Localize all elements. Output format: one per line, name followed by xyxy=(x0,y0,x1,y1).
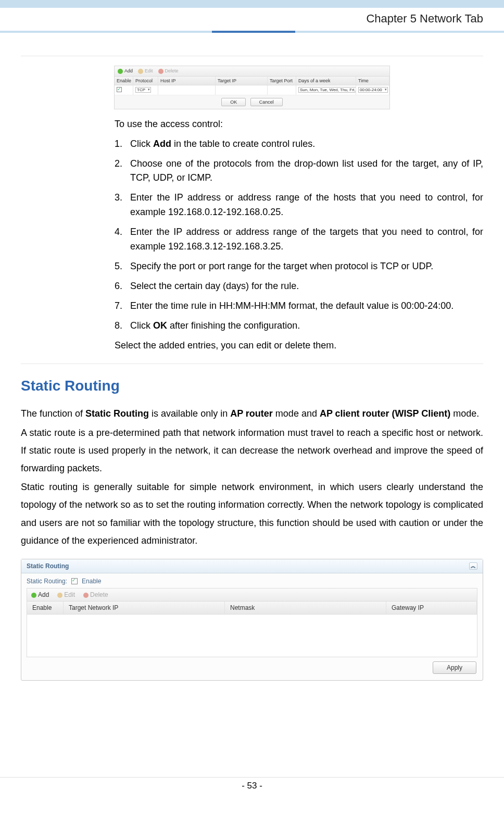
step-2: 2. Choose one of the protocols from the … xyxy=(115,157,483,186)
col-time: Time xyxy=(356,77,389,85)
step-text: Specify the port or port range for the t… xyxy=(130,259,483,274)
text: in the table to create control rules. xyxy=(171,139,315,149)
text: mode and xyxy=(273,408,320,419)
col-enable: Enable xyxy=(27,602,64,614)
edit-label: Edit xyxy=(145,68,153,73)
col-target-ip: Target IP xyxy=(216,77,268,85)
edit-button[interactable]: Edit xyxy=(138,68,153,74)
col-gateway-ip: Gateway IP xyxy=(386,602,477,614)
table-body-empty xyxy=(27,615,477,657)
text: after finishing the configuration. xyxy=(167,320,300,331)
delete-button[interactable]: Delete xyxy=(83,591,108,598)
edit-label: Edit xyxy=(64,591,75,598)
panel-title: Static Routing xyxy=(27,562,69,570)
protocol-select[interactable]: TCP xyxy=(135,87,151,93)
text: Click xyxy=(130,320,153,331)
table-header-row: Enable Target Network IP Netmask Gateway… xyxy=(27,601,477,615)
step-number: 8. xyxy=(115,319,130,333)
enable-text: Enable xyxy=(82,578,101,585)
step-7: 7. Enter the time rule in HH:MM-HH:MM fo… xyxy=(115,299,483,314)
step-8: 8. Click OK after finishing the configur… xyxy=(115,319,483,333)
post-steps-note: Select the added entries, you can edit o… xyxy=(115,340,483,351)
target-port-input[interactable] xyxy=(268,85,296,95)
plus-icon xyxy=(118,69,123,74)
add-label: Add xyxy=(38,591,49,598)
bold: AP client router (WISP Client) xyxy=(320,408,450,419)
time-select[interactable]: 00:00-24:00 xyxy=(358,87,388,93)
col-netmask: Netmask xyxy=(225,602,386,614)
chapter-title: Chapter 5 Network Tab xyxy=(0,8,504,33)
bold-add: Add xyxy=(153,139,171,149)
step-number: 3. xyxy=(115,191,130,220)
collapse-icon[interactable]: ︽ xyxy=(469,562,477,570)
chapter-accent-underline xyxy=(212,31,295,33)
step-number: 4. xyxy=(115,225,130,254)
text: The function of xyxy=(21,408,85,419)
delete-label: Delete xyxy=(165,68,179,73)
host-ip-input[interactable] xyxy=(158,85,216,95)
apply-button[interactable]: Apply xyxy=(433,661,476,674)
bold: AP router xyxy=(230,408,273,419)
target-ip-input[interactable] xyxy=(216,85,268,95)
divider xyxy=(21,56,483,56)
page-footer: - 53 - xyxy=(0,777,504,802)
add-button[interactable]: Add xyxy=(118,68,133,74)
access-control-screenshot: Add Edit Delete Enable Protocol Host IP … xyxy=(114,66,390,109)
minus-icon xyxy=(158,69,163,74)
step-number: 7. xyxy=(115,299,130,314)
step-text: Choose one of the protocols from the dro… xyxy=(130,157,483,186)
col-protocol: Protocol xyxy=(133,77,158,85)
step-number: 6. xyxy=(115,279,130,294)
text: Click xyxy=(130,139,153,149)
ok-button[interactable]: OK xyxy=(221,98,246,106)
toolbar: Add Edit Delete xyxy=(27,588,477,601)
plus-icon xyxy=(31,593,36,598)
col-days: Days of a week xyxy=(296,77,356,85)
col-target-ip: Target Network IP xyxy=(64,602,225,614)
col-target-port: Target Port xyxy=(268,77,296,85)
step-1: 1. Click Add in the table to create cont… xyxy=(115,137,483,152)
cancel-button[interactable]: Cancel xyxy=(250,98,283,106)
add-button[interactable]: Add xyxy=(31,591,49,598)
delete-label: Delete xyxy=(90,591,108,598)
static-routing-para-3: Static routing is generally suitable for… xyxy=(21,478,483,549)
table-header-row: Enable Protocol Host IP Target IP Target… xyxy=(115,77,389,85)
step-number: 1. xyxy=(115,137,130,152)
text: mode. xyxy=(450,408,479,419)
step-4: 4. Enter the IP address or address range… xyxy=(115,225,483,254)
text: is available only in xyxy=(149,408,230,419)
delete-button[interactable]: Delete xyxy=(158,68,179,74)
apply-row: Apply xyxy=(27,657,477,675)
bold-ok: OK xyxy=(153,320,167,331)
days-select[interactable]: Sun, Mon, Tue, Wed, Thu, Fri, Sat xyxy=(298,87,356,93)
pencil-icon xyxy=(138,69,143,74)
static-routing-heading: Static Routing xyxy=(21,378,483,394)
table-row: TCP Sun, Mon, Tue, Wed, Thu, Fri, Sat 00… xyxy=(115,85,389,95)
bold: Static Routing xyxy=(85,408,149,419)
step-3: 3. Enter the IP address or address range… xyxy=(115,191,483,220)
top-accent-bar xyxy=(0,0,504,8)
step-5: 5. Specify the port or port range for th… xyxy=(115,259,483,274)
enable-label: Static Routing: xyxy=(27,578,67,585)
static-routing-para-1: The function of Static Routing is availa… xyxy=(21,405,483,422)
toolbar: Add Edit Delete xyxy=(115,66,389,77)
step-text: Enter the IP address or address range of… xyxy=(130,225,483,254)
enable-row: Static Routing: Enable xyxy=(27,578,477,585)
minus-icon xyxy=(83,593,89,598)
page-number: - 53 - xyxy=(242,781,262,791)
edit-button[interactable]: Edit xyxy=(57,591,75,598)
add-label: Add xyxy=(124,68,133,73)
steps-list: 1. Click Add in the table to create cont… xyxy=(115,137,483,333)
col-host-ip: Host IP xyxy=(158,77,216,85)
col-enable: Enable xyxy=(115,77,133,85)
step-number: 2. xyxy=(115,157,130,186)
step-text: Enter the time rule in HH:MM-HH:MM forma… xyxy=(130,299,483,314)
access-control-intro: To use the access control: xyxy=(115,119,483,130)
panel-titlebar: Static Routing ︽ xyxy=(21,559,483,573)
divider xyxy=(21,364,483,364)
step-text: Enter the IP address or address range of… xyxy=(130,191,483,220)
enable-checkbox[interactable] xyxy=(71,578,78,584)
enable-checkbox[interactable] xyxy=(117,87,122,92)
pencil-icon xyxy=(57,593,62,598)
static-routing-para-2: A static route is a pre-determined path … xyxy=(21,424,483,478)
